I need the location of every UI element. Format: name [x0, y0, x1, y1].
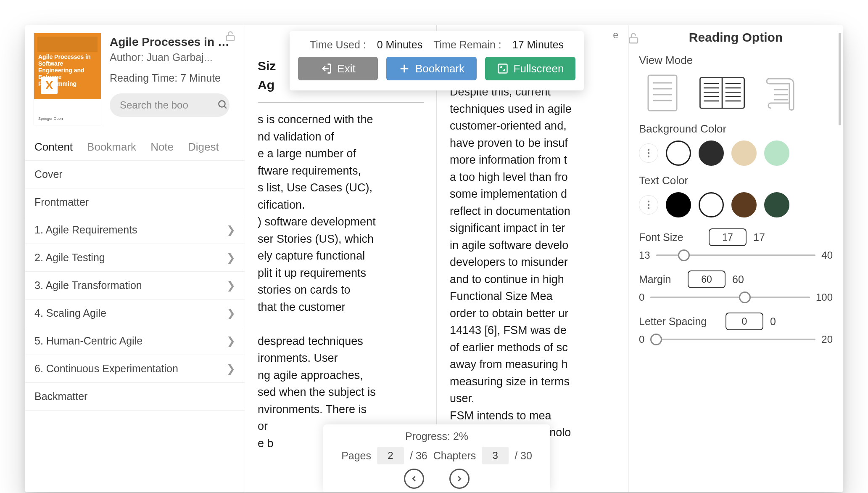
chapters-label: Chapters [433, 450, 476, 462]
toc-item[interactable]: Backmatter [25, 383, 245, 411]
tab-bookmark[interactable]: Bookmark [87, 140, 136, 160]
progress-counts: Pages 2 / 36 Chapters 3 / 30 [341, 447, 532, 464]
chevron-right-icon: ❯ [227, 363, 235, 375]
bg-swatch[interactable] [731, 140, 757, 166]
button-label: Fullscreen [514, 62, 564, 75]
unlock-icon [224, 30, 236, 44]
pages-label: Pages [341, 450, 371, 462]
search-icon[interactable] [217, 99, 228, 111]
bg-color-label: Background Color [639, 122, 833, 135]
more-colors-button[interactable] [639, 195, 658, 215]
next-page-button[interactable] [449, 469, 470, 489]
view-mode-double[interactable] [699, 72, 746, 114]
toc-item[interactable]: 3. Agile Transformation❯ [25, 272, 245, 300]
svg-rect-0 [227, 36, 235, 41]
reading-options-panel: Reading Option View Mode Background Colo… [628, 25, 843, 492]
bg-color-swatches [639, 140, 833, 166]
book-reading-time: Reading Time: 7 Minute [110, 72, 236, 84]
pages-current-input[interactable]: 2 [377, 447, 404, 464]
book-meta: Agile Processes in S... Author: Juan Gar… [110, 33, 236, 125]
svg-line-2 [224, 106, 227, 109]
toc-item[interactable]: Frontmatter [25, 188, 245, 216]
fullscreen-icon [497, 63, 509, 74]
prev-page-button[interactable] [404, 469, 424, 489]
letter-spacing-min: 0 [639, 334, 644, 345]
bg-swatch[interactable] [764, 140, 789, 166]
button-label: Bookmark [415, 62, 464, 75]
toc-label: 1. Agile Requirements [34, 224, 137, 236]
pages-total: / 36 [410, 450, 427, 462]
scrollbar[interactable] [839, 33, 841, 125]
chevron-right-icon: ❯ [227, 252, 235, 264]
letter-spacing-slider[interactable] [650, 339, 815, 340]
text-swatch[interactable] [666, 192, 691, 217]
svg-rect-7 [629, 38, 638, 43]
bg-swatch[interactable] [699, 140, 724, 166]
font-size-label: Font Size [639, 231, 702, 244]
tab-digest[interactable]: Digest [188, 140, 219, 160]
tab-note[interactable]: Note [150, 140, 174, 160]
margin-max: 100 [816, 292, 833, 303]
toc-item[interactable]: 5. Human-Centric Agile❯ [25, 327, 245, 355]
more-colors-button[interactable] [639, 143, 658, 163]
unlock-icon [628, 32, 640, 46]
chapters-current-input[interactable]: 3 [482, 447, 509, 464]
table-of-contents: Cover Frontmatter 1. Agile Requirements❯… [25, 161, 245, 492]
svg-point-31 [648, 201, 649, 202]
book-header: Agile Processes in Software Engineering … [25, 33, 245, 133]
margin-input[interactable] [688, 270, 726, 288]
search-wrap [110, 93, 236, 117]
cover-mark: X [41, 77, 58, 94]
bookmark-button[interactable]: Bookmark [386, 57, 477, 80]
sidebar: Agile Processes in Software Engineering … [25, 25, 245, 492]
toc-item[interactable]: 4. Scaling Agile❯ [25, 300, 245, 327]
tab-content[interactable]: Content [34, 140, 73, 160]
chevron-right-icon: ❯ [227, 335, 235, 347]
chevron-right-icon: ❯ [227, 224, 235, 236]
view-mode-single[interactable] [639, 72, 686, 114]
toc-item[interactable]: 6. Continuous Experimentation❯ [25, 355, 245, 383]
text-swatch[interactable] [731, 192, 757, 217]
margin-slider[interactable] [650, 297, 810, 298]
text-color-swatches [639, 192, 833, 217]
letter-spacing-input[interactable] [726, 313, 763, 330]
svg-point-32 [648, 204, 649, 206]
book-cover[interactable]: Agile Processes in Software Engineering … [34, 33, 101, 125]
toc-item[interactable]: 1. Agile Requirements❯ [25, 216, 245, 244]
svg-point-33 [648, 207, 649, 209]
chevron-right-icon: ❯ [227, 279, 235, 292]
font-size-row: Font Size 17 [639, 228, 833, 246]
button-label: Exit [337, 62, 355, 75]
margin-row: Margin 60 [639, 270, 833, 288]
exit-icon [320, 63, 332, 74]
pager-buttons [404, 469, 470, 489]
letter-spacing-echo: 0 [770, 315, 776, 328]
progress-bar: Progress: 2% Pages 2 / 36 Chapters 3 / 3… [323, 424, 550, 492]
svg-rect-8 [648, 75, 677, 111]
reader-toolbar: Time Used : 0 Minutes Time Remain : 17 M… [290, 31, 584, 90]
view-mode-scroll[interactable] [758, 72, 805, 114]
bg-swatch[interactable] [666, 140, 691, 166]
page-left[interactable]: ta Siz Ag s is concerned with the nd val… [245, 25, 437, 492]
chevron-right-icon: ❯ [227, 307, 235, 319]
book-title: Agile Processes in S... [110, 35, 230, 49]
text-swatch[interactable] [699, 192, 724, 217]
search-input[interactable] [110, 93, 230, 117]
text-swatch[interactable] [764, 192, 789, 217]
font-size-slider[interactable] [656, 254, 816, 256]
divider [258, 102, 424, 103]
view-mode-group [639, 72, 833, 114]
svg-point-1 [219, 101, 225, 107]
toc-item[interactable]: 2. Agile Testing❯ [25, 244, 245, 272]
fullscreen-button[interactable]: Fullscreen [485, 57, 575, 80]
margin-min: 0 [639, 292, 644, 303]
toc-item[interactable]: Cover [25, 161, 245, 188]
letter-spacing-max: 20 [821, 334, 833, 345]
font-size-input[interactable] [709, 228, 747, 246]
svg-rect-6 [498, 64, 507, 73]
exit-button[interactable]: Exit [298, 57, 378, 80]
font-size-max: 40 [821, 249, 833, 261]
page-right[interactable]: e Despite this, current techniques used … [437, 25, 628, 492]
time-used-value: 0 Minutes [377, 39, 422, 51]
sidebar-tabs: Content Bookmark Note Digest [25, 133, 245, 161]
